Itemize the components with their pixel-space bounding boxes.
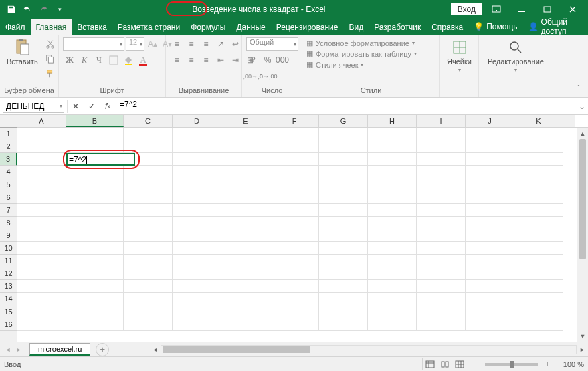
cell[interactable]: [368, 229, 417, 242]
cell[interactable]: [466, 305, 514, 318]
cell[interactable]: [124, 280, 173, 293]
cell[interactable]: [173, 217, 221, 229]
cell[interactable]: [270, 255, 319, 267]
currency-button[interactable]: ₽: [246, 53, 260, 67]
ribbon-options-icon[interactable]: [485, 1, 508, 17]
tab-review[interactable]: Рецензирование: [271, 19, 344, 35]
cell[interactable]: [66, 267, 124, 280]
qat-customize-icon[interactable]: ▾: [52, 2, 67, 17]
cell[interactable]: [17, 305, 66, 318]
row-header[interactable]: 8: [0, 217, 17, 229]
active-cell[interactable]: =7^2: [66, 153, 135, 166]
cell[interactable]: [17, 280, 66, 293]
align-middle-button[interactable]: ≡: [185, 37, 198, 51]
cell[interactable]: [221, 293, 270, 305]
cell[interactable]: [319, 128, 368, 140]
comma-button[interactable]: 000: [276, 53, 289, 67]
row-header[interactable]: 5: [0, 178, 17, 191]
cell[interactable]: [514, 191, 563, 204]
cell[interactable]: [66, 242, 124, 255]
cell[interactable]: [417, 140, 466, 153]
cell[interactable]: [124, 166, 173, 178]
tab-view[interactable]: Вид: [343, 19, 369, 35]
cell[interactable]: [124, 255, 173, 267]
cell[interactable]: [319, 217, 368, 229]
cell[interactable]: [173, 153, 221, 166]
formula-input[interactable]: =7^2: [116, 100, 576, 113]
cell[interactable]: [17, 204, 66, 217]
cell[interactable]: [417, 293, 466, 305]
cell[interactable]: [466, 255, 514, 267]
cell[interactable]: [270, 128, 319, 140]
cell[interactable]: [417, 242, 466, 255]
cell[interactable]: [368, 166, 417, 178]
cell[interactable]: [417, 217, 466, 229]
cell[interactable]: [173, 280, 221, 293]
cell[interactable]: [270, 242, 319, 255]
cell[interactable]: [514, 293, 563, 305]
cell[interactable]: [221, 280, 270, 293]
increase-font-button[interactable]: A▴: [146, 37, 159, 51]
fill-color-button[interactable]: [122, 53, 135, 67]
cell[interactable]: [514, 153, 563, 166]
cell[interactable]: [319, 255, 368, 267]
row-header[interactable]: 1: [0, 128, 17, 140]
cell[interactable]: [270, 267, 319, 280]
cell[interactable]: [17, 293, 66, 305]
cell[interactable]: [514, 166, 563, 178]
cell[interactable]: [124, 178, 173, 191]
cell[interactable]: [270, 293, 319, 305]
column-header[interactable]: E: [221, 115, 270, 127]
cell[interactable]: [270, 229, 319, 242]
cell[interactable]: [17, 128, 66, 140]
cells-button[interactable]: Ячейки ▾: [444, 37, 474, 74]
cell[interactable]: [66, 128, 124, 140]
cell[interactable]: [270, 153, 319, 166]
cell[interactable]: [368, 153, 417, 166]
cell[interactable]: [368, 191, 417, 204]
cell[interactable]: [368, 280, 417, 293]
column-header[interactable]: B: [66, 115, 124, 127]
cell[interactable]: [417, 280, 466, 293]
cell[interactable]: [221, 318, 270, 331]
cell[interactable]: [319, 293, 368, 305]
tab-insert[interactable]: Вставка: [72, 19, 112, 35]
zoom-out-button[interactable]: −: [472, 359, 481, 369]
cell[interactable]: [368, 293, 417, 305]
cell[interactable]: [466, 293, 514, 305]
cell[interactable]: [221, 166, 270, 178]
cell[interactable]: [466, 267, 514, 280]
tab-formulas[interactable]: Формулы: [185, 19, 231, 35]
number-format-combo[interactable]: Общий▾: [246, 37, 298, 51]
select-all-button[interactable]: [0, 115, 17, 128]
cell[interactable]: [466, 217, 514, 229]
cell[interactable]: [66, 293, 124, 305]
cell[interactable]: [514, 242, 563, 255]
cell[interactable]: [417, 191, 466, 204]
name-box[interactable]: ДЕНЬНЕД▾: [3, 100, 64, 113]
cell[interactable]: [17, 255, 66, 267]
cell[interactable]: [17, 267, 66, 280]
tab-layout[interactable]: Разметка страни: [112, 19, 185, 35]
column-header[interactable]: H: [368, 115, 417, 127]
cell[interactable]: [368, 178, 417, 191]
cell[interactable]: [466, 280, 514, 293]
row-header[interactable]: 3: [0, 153, 17, 166]
cell[interactable]: [221, 178, 270, 191]
horizontal-scrollbar[interactable]: ◄ ►: [149, 344, 588, 355]
column-header[interactable]: A: [17, 115, 66, 127]
cell[interactable]: [17, 229, 66, 242]
sheet-tab[interactable]: microexcel.ru: [29, 343, 90, 356]
undo-button[interactable]: [20, 2, 35, 17]
cell[interactable]: [221, 229, 270, 242]
cell[interactable]: [514, 255, 563, 267]
cell[interactable]: [17, 217, 66, 229]
cell[interactable]: [368, 204, 417, 217]
cell[interactable]: [221, 140, 270, 153]
cell[interactable]: [17, 166, 66, 178]
cell[interactable]: [173, 128, 221, 140]
cell[interactable]: [270, 318, 319, 331]
align-right-button[interactable]: ≡: [199, 53, 213, 67]
close-button[interactable]: [561, 1, 584, 17]
cell[interactable]: [368, 255, 417, 267]
